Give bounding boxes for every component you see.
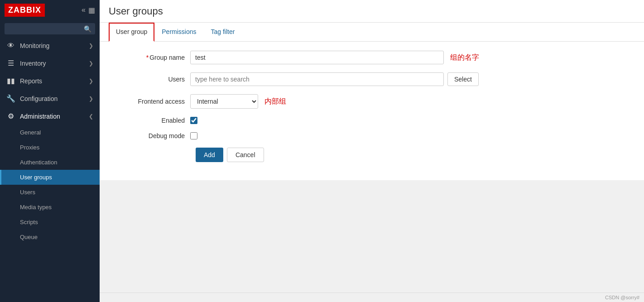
sidebar-item-label: Administration [20,113,84,120]
tab-tag-filter[interactable]: Tag filter [204,23,242,42]
chevron-right-icon: ❯ [89,96,93,102]
inventory-icon: ☰ [6,59,15,67]
tabs: User group Permissions Tag filter [100,23,644,42]
debug-mode-label: Debug mode [118,132,190,139]
sidebar-item-inventory[interactable]: ☰ Inventory ❯ [0,54,100,72]
sidebar-item-configuration[interactable]: 🔧 Configuration ❯ [0,90,100,107]
enabled-label: Enabled [118,117,190,124]
sidebar-subitem-user-groups[interactable]: User groups [0,170,100,185]
page-title: User groups [109,5,163,17]
reports-icon: ▮▮ [6,77,15,85]
sidebar-item-administration[interactable]: ⚙ Administration ❮ [0,107,100,125]
chevron-down-icon: ❮ [89,113,93,120]
tab-user-group[interactable]: User group [109,23,154,42]
debug-mode-checkbox[interactable] [190,132,197,139]
search-icon: 🔍 [84,25,91,33]
debug-mode-row: Debug mode [118,132,626,139]
sidebar-item-label: Inventory [20,60,84,67]
group-name-annotation: 组的名字 [450,53,479,62]
group-name-row: *Group name 组的名字 [118,51,626,64]
sidebar-item-monitoring[interactable]: 👁 Monitoring ❯ [0,37,100,54]
logo[interactable]: ZABBIX [5,4,45,17]
chevron-right-icon: ❯ [89,78,93,84]
sidebar-subitem-media-types[interactable]: Media types [0,200,100,215]
chevron-right-icon: ❯ [89,60,93,67]
sidebar-subitem-scripts[interactable]: Scripts [0,215,100,230]
cancel-button[interactable]: Cancel [227,148,264,162]
sidebar: ZABBIX « ▦ 🔍 👁 Monitoring ❯ ☰ Inventory … [0,0,100,302]
enabled-checkbox[interactable] [190,117,197,124]
sidebar-subitem-users[interactable]: Users [0,185,100,200]
form-actions: Add Cancel [118,148,626,162]
sidebar-search-input[interactable] [5,23,95,34]
sidebar-subitem-proxies[interactable]: Proxies [0,140,100,155]
frontend-access-annotation: 内部组 [264,97,286,106]
users-label: Users [118,76,190,83]
main-content: User groups User group Permissions Tag f… [100,0,644,302]
frontend-access-select[interactable]: System default Internal LDAP Disabled [190,94,258,109]
group-name-input[interactable] [190,51,444,64]
add-button[interactable]: Add [196,148,223,162]
sidebar-item-label: Monitoring [20,42,84,49]
users-row: Users Select [118,72,626,86]
sidebar-header: ZABBIX « ▦ [0,0,100,20]
fullscreen-icon[interactable]: ▦ [88,6,95,14]
frontend-access-row: Frontend access System default Internal … [118,94,626,109]
sidebar-subitem-queue[interactable]: Queue [0,230,100,244]
administration-icon: ⚙ [6,112,15,120]
required-star: * [146,54,149,61]
footer: CSDN @sorry# [100,292,644,302]
monitoring-icon: 👁 [6,42,15,50]
collapse-icon[interactable]: « [82,6,86,14]
users-search-input[interactable] [190,72,444,86]
search-box-container: 🔍 [0,20,100,37]
users-wrap: Select [190,72,479,86]
chevron-right-icon: ❯ [89,43,93,49]
configuration-icon: 🔧 [6,94,15,103]
form-body: *Group name 组的名字 Users Select Frontend a… [100,42,644,171]
form-container: User group Permissions Tag filter *Group… [100,23,644,180]
sidebar-subitem-general[interactable]: General [0,125,100,140]
sidebar-item-label: Configuration [20,95,84,102]
frontend-access-label: Frontend access [118,98,190,105]
tab-permissions[interactable]: Permissions [154,23,203,42]
header-icons: « ▦ [82,6,95,14]
sidebar-item-reports[interactable]: ▮▮ Reports ❯ [0,72,100,90]
sidebar-item-label: Reports [20,77,84,85]
group-name-label: *Group name [118,54,190,61]
content-area: User group Permissions Tag filter *Group… [100,23,644,292]
enabled-row: Enabled [118,117,626,124]
top-bar: User groups [100,0,644,23]
sidebar-subitem-authentication[interactable]: Authentication [0,155,100,170]
select-button[interactable]: Select [447,72,479,86]
